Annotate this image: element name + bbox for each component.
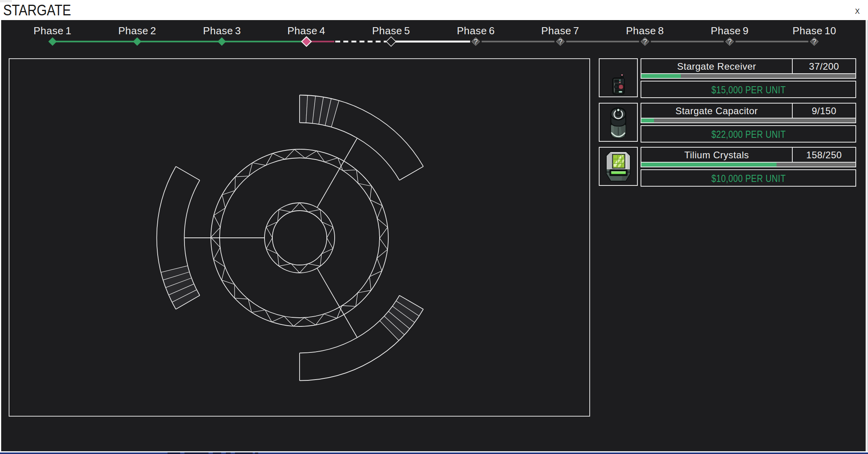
svg-text:?: ?	[728, 38, 732, 46]
svg-text:?: ?	[474, 38, 478, 46]
svg-text:?: ?	[812, 38, 816, 46]
svg-text:?: ?	[558, 38, 562, 46]
svg-text:?: ?	[643, 38, 647, 46]
